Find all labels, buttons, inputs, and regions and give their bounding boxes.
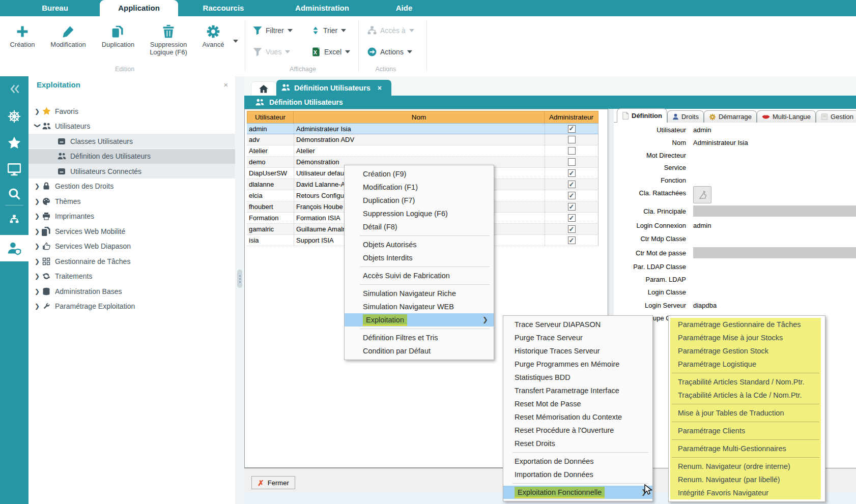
field-value-utilisateur[interactable]: admin xyxy=(693,126,711,134)
sidebar-item-services-web-diapason[interactable]: ❯Services Web Diapason xyxy=(28,239,235,254)
menu-item-condition-par-d-faut[interactable]: Condition par Défaut xyxy=(345,344,494,358)
field-value-nom[interactable]: Administrateur Isia xyxy=(693,139,748,146)
rail-search-icon[interactable] xyxy=(0,187,28,200)
menu-item-param-trage-mise-jour-stocks[interactable]: Paramétrage Mise à jour Stocks xyxy=(670,331,821,344)
field-value-login-serveur[interactable]: diapdba xyxy=(693,302,717,309)
menu-item-d-tail-f8-[interactable]: Détail (F8) xyxy=(345,220,494,233)
tree-chevron-icon[interactable]: ❯ xyxy=(35,303,41,310)
ribbon-button-création[interactable]: Création xyxy=(4,21,41,48)
menu-item-param-trage-logistique[interactable]: Paramétrage Logistique xyxy=(670,358,821,371)
rail-helm-icon[interactable] xyxy=(0,110,28,123)
panel-splitter[interactable] xyxy=(235,76,244,504)
tree-chevron-icon[interactable]: ❯ xyxy=(35,213,41,220)
admin-checkbox[interactable]: ✓ xyxy=(568,236,576,244)
menu-item-tra-abilit-articles-la-cde-nom-ptr-[interactable]: Traçabilité Articles à la Cde / Nom.Ptr. xyxy=(670,389,821,402)
sidebar-item-services-web-mobilit-[interactable]: ❯Services Web Mobilité xyxy=(28,224,235,239)
menu-item-statistiques-bdd[interactable]: Statistiques BDD xyxy=(503,371,652,384)
rail-sitemap-icon[interactable] xyxy=(0,215,28,224)
splitter-handle[interactable] xyxy=(237,270,242,288)
menu-tab-raccourcis[interactable]: Raccourcis xyxy=(185,0,262,16)
table-row-adv[interactable]: advDémonstration ADV xyxy=(247,134,598,145)
menu-tab-administration[interactable]: Administration xyxy=(275,0,369,16)
menu-tab-aide[interactable]: Aide xyxy=(381,0,427,16)
menu-item-reset-m-morisation-du-contexte[interactable]: Reset Mémorisation du Contexte xyxy=(503,410,652,424)
admin-checkbox[interactable]: ✓ xyxy=(568,169,576,177)
menu-item-modification-f1-[interactable]: Modification (F1) xyxy=(345,181,494,194)
ribbon-button-duplication[interactable]: Duplication xyxy=(96,21,140,48)
close-icon[interactable]: × xyxy=(223,80,228,89)
ribbon-button-actions[interactable]: Actions xyxy=(367,45,412,58)
rail-user-shield-icon[interactable] xyxy=(0,241,28,255)
tree-chevron-icon[interactable]: ❯ xyxy=(35,258,41,265)
sidebar-item-th-mes[interactable]: ❯Thèmes xyxy=(28,194,235,209)
menu-tab-bureau[interactable]: Bureau xyxy=(24,0,85,16)
admin-checkbox[interactable]: ✓ xyxy=(568,192,576,199)
menu-item-exploitation-fonctionnelle[interactable]: Exploitation Fonctionnelle❯ xyxy=(503,486,652,499)
menu-item-purge-trace-serveur[interactable]: Purge Trace Serveur xyxy=(503,331,652,344)
fermer-button[interactable]: ✗ Fermer xyxy=(251,476,295,489)
ribbon-button-excel[interactable]: XExcel xyxy=(311,45,350,58)
tree-chevron-icon[interactable]: ❯ xyxy=(35,228,41,235)
ribbon-button-trier[interactable]: Trier xyxy=(311,24,346,37)
menu-item-transfert-parametrage-interface[interactable]: Transfert Parametrage Interface xyxy=(503,384,652,397)
sidebar-item-imprimantes[interactable]: ❯Imprimantes xyxy=(28,209,235,224)
menu-item-tra-abilit-articles-standard-nom-ptr-[interactable]: Traçabilité Articles Standard / Nom.Ptr. xyxy=(670,375,821,389)
sidebar-item-utilisateurs-connect-s[interactable]: Utilisateurs Connectés xyxy=(28,164,250,179)
tab-home[interactable] xyxy=(251,81,276,96)
tab-close-icon[interactable]: × xyxy=(378,84,382,92)
menu-item-simulation-navigateur-web[interactable]: Simulation Navigateur WEB xyxy=(345,300,494,313)
rail-collapse-chevrons-icon[interactable] xyxy=(0,83,28,95)
menu-item-objets-interdits[interactable]: Objets Interdits xyxy=(345,251,494,264)
sidebar-item-gestion-des-droits[interactable]: ❯Gestion des Droits xyxy=(28,179,235,194)
menu-item-reset-mot-de-passe[interactable]: Reset Mot de Passe xyxy=(503,397,652,410)
menu-item-reset-droits[interactable]: Reset Droits xyxy=(503,437,652,450)
menu-item-param-trage-clients[interactable]: Paramétrage Clients xyxy=(670,424,821,437)
tab-gestion[interactable]: Gestion xyxy=(816,110,856,123)
column-header-nom[interactable]: Nom xyxy=(294,111,545,123)
rail-monitor-icon[interactable] xyxy=(0,163,28,176)
menu-item-importation-de-donn-es[interactable]: Importation de Données xyxy=(503,468,652,481)
menu-item-duplication-f7-[interactable]: Duplication (F7) xyxy=(345,194,494,207)
sidebar-item-d-finition-des-utilisateurs[interactable]: Définition des Utilisateurs xyxy=(28,149,250,164)
sidebar-item-gestionnaire-de-t-ches[interactable]: ❯Gestionnaire de Tâches xyxy=(28,254,235,269)
sidebar-item-classes-utilisateurs[interactable]: Classes Utilisateurs xyxy=(28,134,250,149)
admin-checkbox[interactable] xyxy=(568,136,576,143)
menu-item-acc-s-suivi-de-fabrication[interactable]: Accès Suivi de Fabrication xyxy=(345,269,494,282)
menu-item-renum-navigateur-ordre-interne-[interactable]: Renum. Navigateur (ordre interne) xyxy=(670,460,821,473)
menu-item-param-trage-gestion-stock[interactable]: Paramétrage Gestion Stock xyxy=(670,344,821,358)
tree-chevron-icon[interactable]: ❯ xyxy=(35,273,41,280)
menu-item-exploitation[interactable]: Exploitation❯ xyxy=(345,313,494,327)
menu-item-objets-autoris-s[interactable]: Objets Autorisés xyxy=(345,238,494,251)
classes-rattachees-button[interactable] xyxy=(693,186,711,203)
field-value-login-connexion[interactable]: admin xyxy=(693,222,711,229)
menu-item-historique-traces-serveur[interactable]: Historique Traces Serveur xyxy=(503,344,652,358)
admin-checkbox[interactable]: ✓ xyxy=(568,181,576,188)
menu-item-reset-proc-dure-l-ouverture[interactable]: Reset Procédure à l'Ouverture xyxy=(503,424,652,437)
ribbon-button-suppression[interactable]: Suppression Logique (F6) xyxy=(144,21,193,56)
menu-item-simulation-navigateur-riche[interactable]: Simulation Navigateur Riche xyxy=(345,287,494,300)
ribbon-button-modification[interactable]: Modification xyxy=(43,21,94,48)
sidebar-item-traitements[interactable]: ❯Traitements xyxy=(28,269,235,284)
column-header-administrateur[interactable]: Administrateur xyxy=(545,111,598,123)
admin-checkbox[interactable] xyxy=(568,147,576,155)
tree-chevron-icon[interactable]: ❯ xyxy=(35,108,41,115)
menu-item-param-trage-gestionnaire-de-t-ches[interactable]: Paramétrage Gestionnaire de Tâches xyxy=(670,318,821,331)
tree-chevron-icon[interactable]: ❯ xyxy=(35,183,41,190)
rail-star-icon[interactable] xyxy=(0,136,28,150)
tab-definition-utilisateurs[interactable]: Définition Utilisateurs × xyxy=(276,80,391,96)
table-row-atelier[interactable]: AtelierAtelier xyxy=(247,145,598,157)
admin-checkbox[interactable] xyxy=(568,158,576,166)
menu-item-param-trage-multi-gestionnaires[interactable]: Paramétrage Multi-Gestionnaires xyxy=(670,442,821,455)
menu-item-exportation-de-donn-es[interactable]: Exportation de Données xyxy=(503,455,652,468)
tree-chevron-icon[interactable]: ❯ xyxy=(34,123,41,129)
menu-item-renum-navigateur-par-libell-[interactable]: Renum. Navigateur (par libellé) xyxy=(670,473,821,486)
menu-item-trace-serveur-diapason[interactable]: Trace Serveur DIAPASON xyxy=(503,318,652,331)
ribbon-button-filtrer[interactable]: Filtrer xyxy=(253,24,293,37)
sidebar-item-favoris[interactable]: ❯Favoris xyxy=(28,104,235,118)
admin-checkbox[interactable]: ✓ xyxy=(568,203,576,211)
tab-multi-langue[interactable]: Multi-Langue xyxy=(757,110,816,123)
sidebar-item-param-trage-exploitation[interactable]: ❯Paramétrage Exploitation xyxy=(28,299,235,314)
admin-checkbox[interactable]: ✓ xyxy=(568,214,576,222)
tree-chevron-icon[interactable]: ❯ xyxy=(35,288,41,295)
menu-item-suppression-logique-f6-[interactable]: Suppression Logique (F6) xyxy=(345,207,494,220)
